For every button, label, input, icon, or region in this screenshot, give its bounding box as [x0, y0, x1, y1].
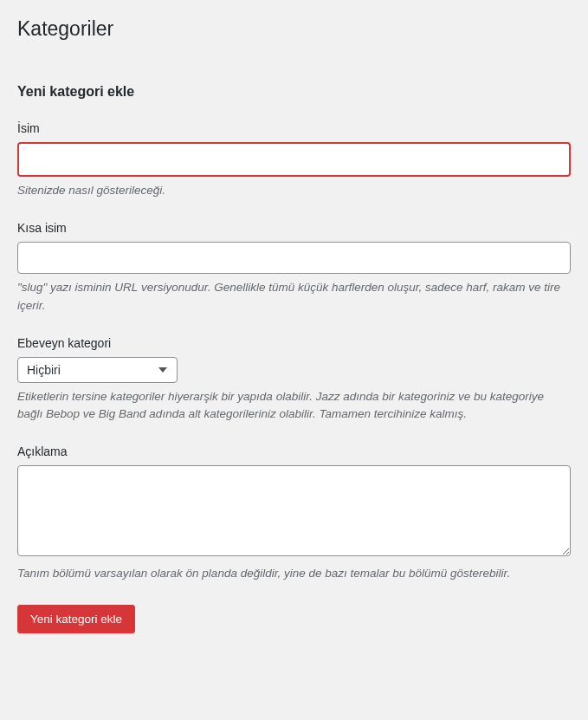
name-label: İsim [17, 121, 571, 135]
name-input[interactable] [17, 142, 571, 177]
description-textarea[interactable] [17, 465, 571, 556]
slug-input[interactable] [17, 242, 571, 275]
submit-button[interactable]: Yeni kategori ekle [17, 605, 135, 633]
field-parent-wrapper: Ebeveyn kategori Hiçbiri Etiketlerin ter… [17, 336, 571, 424]
parent-description: Etiketlerin tersine kategoriler hiyerarş… [17, 388, 571, 424]
description-help: Tanım bölümü varsayılan olarak ön planda… [17, 565, 571, 582]
parent-select-wrapper: Hiçbiri [17, 357, 178, 383]
slug-description: "slug" yazı isminin URL versiyonudur. Ge… [17, 279, 571, 315]
page-title: Kategoriler [17, 9, 571, 41]
parent-select[interactable]: Hiçbiri [17, 357, 178, 383]
section-heading: Yeni kategori ekle [17, 84, 571, 100]
field-name-wrapper: İsim Sitenizde nasıl gösterileceği. [17, 121, 571, 199]
slug-label: Kısa isim [17, 221, 571, 235]
name-description: Sitenizde nasıl gösterileceği. [17, 182, 571, 199]
description-label: Açıklama [17, 444, 571, 458]
parent-label: Ebeveyn kategori [17, 336, 571, 350]
field-slug-wrapper: Kısa isim "slug" yazı isminin URL versiy… [17, 221, 571, 315]
field-description-wrapper: Açıklama Tanım bölümü varsayılan olarak … [17, 444, 571, 582]
